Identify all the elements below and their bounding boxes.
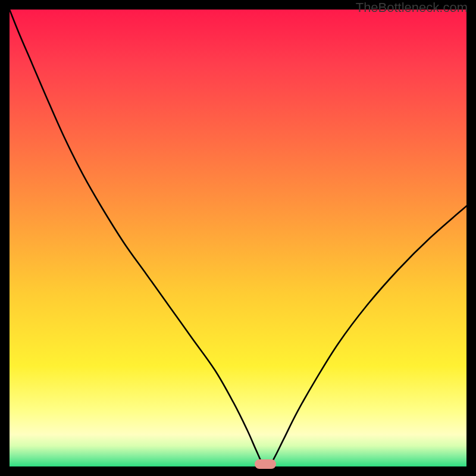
optimal-point-marker <box>255 459 276 469</box>
plot-svg <box>10 10 466 466</box>
attribution-text: TheBottleneck.com <box>356 0 468 15</box>
plot-area <box>10 10 466 466</box>
gradient-background <box>10 10 466 466</box>
chart-container: TheBottleneck.com <box>0 0 476 476</box>
